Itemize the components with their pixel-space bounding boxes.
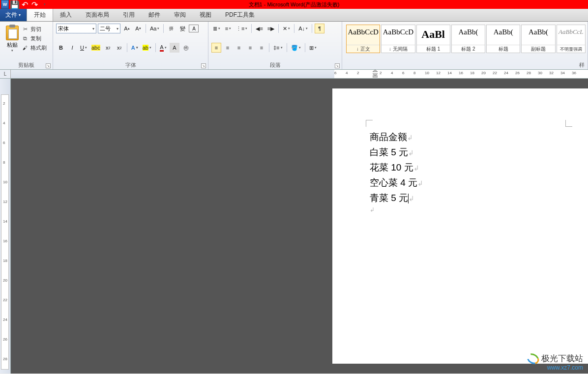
phonetic-guide-button[interactable]: 拼 [166,24,176,33]
paragraph-group-label: 段落 [270,62,281,68]
enclose-button[interactable]: ㊕ [181,43,191,53]
styles-group-label: 样 [579,62,585,68]
underline-button[interactable]: U [79,43,88,53]
tab-view[interactable]: 视图 [193,9,218,21]
tab-review[interactable]: 审阅 [167,9,193,21]
tab-pagelayout[interactable]: 页面布局 [79,9,116,21]
align-left-button[interactable]: ≡ [211,43,221,53]
style-nospacing[interactable]: AaBbCcD↓ 无间隔 [381,25,415,53]
paste-button[interactable]: 粘贴 ▾ [3,23,22,53]
text-effects-button[interactable]: A [130,43,140,53]
ruler-tick: 32 [549,71,554,75]
redo-icon[interactable]: ↷ [30,0,38,8]
style-heading1[interactable]: AaBl标题 1 [416,25,450,53]
show-marks-button[interactable]: ¶ [315,24,324,33]
shading-button[interactable]: 🪣 [290,43,302,53]
multilevel-button[interactable]: ⋮≡ [235,24,249,33]
quick-access-toolbar: W 💾 ↶ ↷ [0,0,49,9]
strikethrough-button[interactable]: abc [90,43,102,53]
bullets-button[interactable]: ≣ [211,24,222,33]
char-border-button[interactable]: A [189,25,199,32]
ruler-tick: 18 [470,71,474,75]
font-size-select[interactable]: 二号▾ [98,24,120,33]
tab-insert[interactable]: 插入 [53,9,79,21]
font-dialog-launcher[interactable]: ↘ [201,63,206,68]
ruler-tick: 12 [436,71,441,75]
ribbon-tabs: 文件 ▾ 开始 插入 页面布局 引用 邮件 审阅 视图 PDF工具集 [0,9,588,22]
document-page[interactable]: 商品金额↲ 白菜 5 元↲ 花菜 10 元↲ 空心菜 4 元↲ 青菜 5 元↲ … [332,88,588,364]
shrink-font-button[interactable]: A▾ [133,24,143,33]
vruler-tick: 20 [3,278,7,283]
vruler-tick: 18 [3,259,7,263]
style-subtle[interactable]: AaBbCcL不明显强调 [557,25,586,53]
align-right-button[interactable]: ≡ [234,43,244,53]
horizontal-ruler[interactable]: 64224681012141618202224262830323436 [334,70,588,78]
vertical-ruler[interactable]: 246810121416182022242628 [0,79,11,374]
paragraph-mark-icon: ↲ [370,206,375,213]
ruler-tick: 8 [413,71,415,75]
style-title[interactable]: AaBb(标题 [486,25,520,53]
sort-button[interactable]: A↓ [297,24,309,33]
font-color-button[interactable]: A [158,43,168,53]
vruler-tick: 2 [3,101,5,106]
line-spacing-button[interactable]: ‡≡ [272,43,284,53]
watermark-name: 极光下载站 [541,353,583,364]
group-paragraph: ≣ ≡ ⋮≡ ◀≡ ≡▶ ✕ A↓ ¶ ≡ ≡ ≡ ≡ ≡ ‡≡ 🪣 ⊞ 段落↘ [208,22,342,69]
format-painter-button[interactable]: 格式刷 [22,43,47,53]
page-canvas-area[interactable]: 商品金额↲ 白菜 5 元↲ 花菜 10 元↲ 空心菜 4 元↲ 青菜 5 元↲ … [332,79,588,374]
tab-home[interactable]: 开始 [27,9,53,21]
qat-customize-icon[interactable] [40,0,48,8]
cut-button[interactable]: 剪切 [22,25,47,34]
group-font: 宋体▾ 二号▾ A▴ A▾ Aa 拼 變 A B I U abc x2 x2 A… [53,22,208,69]
copy-button[interactable]: 复制 [22,34,47,43]
grow-font-button[interactable]: A▴ [122,24,132,33]
document-body[interactable]: 商品金额↲ 白菜 5 元↲ 花菜 10 元↲ 空心菜 4 元↲ 青菜 5 元↲ [370,130,423,206]
highlight-button[interactable]: ab [141,43,153,53]
tab-pdf[interactable]: PDF工具集 [218,9,262,21]
word-app-icon[interactable]: W [1,0,9,8]
borders-button[interactable]: ⊞ [308,43,318,53]
clipboard-group-label: 剪贴板 [18,62,34,68]
ruler-tick: 2 [380,71,382,75]
doc-line: 空心菜 4 元↲ [370,175,423,191]
vruler-tick: 22 [3,298,7,302]
style-subtitle[interactable]: AaBb(副标题 [521,25,555,53]
bold-button[interactable]: B [56,43,66,53]
ruler-corner-icon[interactable]: L [0,70,11,78]
ribbon: 粘贴 ▾ 剪切 复制 格式刷 剪贴板↘ 宋体▾ 二号▾ A▴ A▾ Aa 拼 變… [0,22,588,70]
italic-button[interactable]: I [67,43,77,53]
undo-icon[interactable]: ↶ [21,0,29,8]
style-heading2[interactable]: AaBb(标题 2 [451,25,485,53]
ruler-tick: 34 [560,71,565,75]
font-name-select[interactable]: 宋体▾ [56,24,96,33]
tab-mailings[interactable]: 邮件 [142,9,167,21]
char-shading-button[interactable]: A [170,43,179,53]
clipboard-dialog-launcher[interactable]: ↘ [46,63,51,68]
subscript-button[interactable]: x2 [103,43,113,53]
style-normal[interactable]: AaBbCcD↓ 正文 [346,25,380,53]
doc-line: 青菜 5 元↲ [370,191,423,206]
indent-marker-icon[interactable] [373,70,378,79]
workspace: 246810121416182022242628 商品金额↲ 白菜 5 元↲ 花… [0,79,588,374]
align-center-button[interactable]: ≡ [223,43,233,53]
vruler-tick: 10 [3,180,7,184]
ruler-tick: 4 [346,71,348,75]
offscreen-area [11,79,332,374]
ruler-tick: 10 [425,71,429,75]
numbering-button[interactable]: ≡ [223,24,233,33]
change-case-button[interactable]: Aa [148,24,161,33]
enclose-char-button[interactable]: 變 [177,24,187,33]
doc-line: 商品金额↲ [370,130,423,145]
tab-file[interactable]: 文件 ▾ [0,9,27,21]
superscript-button[interactable]: x2 [115,43,124,53]
asian-layout-button[interactable]: ✕ [281,24,292,33]
scissors-icon [22,26,29,33]
align-justify-button[interactable]: ≡ [245,43,255,53]
align-distribute-button[interactable]: ≡ [257,43,266,53]
paste-icon [6,26,19,40]
tab-references[interactable]: 引用 [116,9,142,21]
paragraph-dialog-launcher[interactable]: ↘ [335,63,340,68]
increase-indent-button[interactable]: ≡▶ [266,24,276,33]
decrease-indent-button[interactable]: ◀≡ [254,24,264,33]
save-icon[interactable]: 💾 [11,0,19,8]
